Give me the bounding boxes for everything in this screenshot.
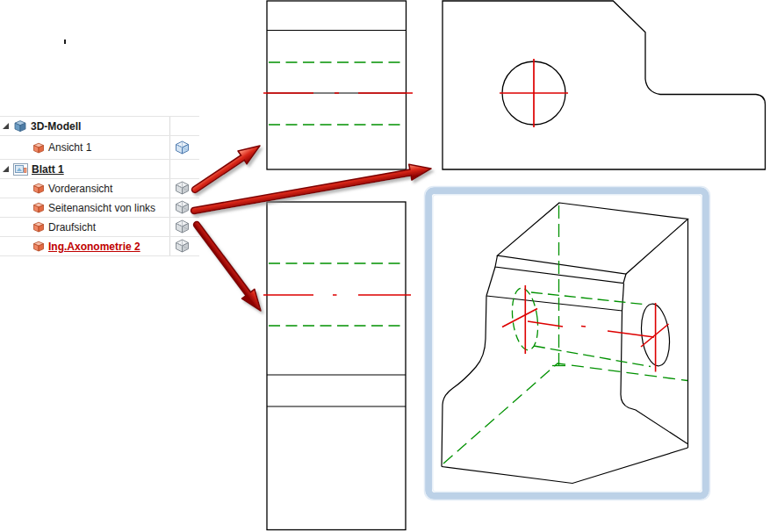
cad-workspace: 3D-Modell Ansicht 1 [0, 0, 770, 532]
tree-row-seitenansicht[interactable]: Seitenansicht von links [0, 198, 199, 218]
view-outline [443, 1, 766, 169]
tree-row-draufsicht[interactable]: Draufsicht [0, 218, 199, 237]
tree-label: Draufsicht [48, 221, 96, 234]
view-cube-icon [32, 183, 45, 194]
selection-frame-inner-edge [433, 195, 702, 492]
hidden-lines [269, 263, 404, 326]
expand-triangle-icon[interactable] [2, 122, 10, 130]
tree-row-ing-axonometrie-2[interactable]: Ing.Axonometrie 2 [0, 237, 199, 256]
tree-label: Ansicht 1 [48, 141, 91, 154]
annotation-arrows [194, 146, 431, 311]
tree-label: 3D-Modell [31, 120, 81, 133]
view-top[interactable] [263, 202, 411, 530]
iso-visible-edges [442, 203, 688, 484]
blue-wireframe-cube-icon[interactable] [175, 140, 190, 155]
tree-row-ansicht-1[interactable]: Ansicht 1 [0, 136, 199, 160]
arrow-to-front-view [194, 164, 431, 211]
selection-frame [428, 191, 706, 496]
tree-label-highlighted: Ing.Axonometrie 2 [48, 241, 140, 253]
arrow-to-side-view [195, 146, 260, 190]
hidden-lines [269, 62, 405, 125]
view-side[interactable] [263, 1, 413, 169]
view-outline [267, 202, 406, 530]
browser-tree: 3D-Modell Ansicht 1 [0, 116, 199, 256]
tree-row-3d-modell[interactable]: 3D-Modell [0, 117, 199, 136]
tree-row-blatt-1[interactable]: Blatt 1 [0, 160, 199, 179]
view-cube-icon [32, 221, 45, 233]
gray-wireframe-cube-icon[interactable] [175, 200, 190, 215]
gray-wireframe-cube-icon[interactable] [175, 181, 190, 196]
iso-centerlines [502, 285, 669, 372]
view-cube-icon [32, 241, 45, 252]
drawing-sheet [0, 0, 770, 532]
tree-label: Seitenansicht von links [48, 202, 155, 214]
view-outline [267, 1, 407, 169]
tree-label: Blatt 1 [32, 163, 64, 176]
sheet-icon [13, 163, 28, 176]
tree-row-vorderansicht[interactable]: Vorderansicht [0, 179, 199, 198]
arrow-to-top-view [197, 225, 261, 311]
view-cube-icon [32, 202, 45, 213]
gray-wireframe-cube-icon[interactable] [175, 239, 190, 254]
center-cross [500, 59, 568, 127]
expand-triangle-icon[interactable] [2, 165, 10, 173]
part-model-icon [13, 119, 27, 133]
tree-label: Vorderansicht [48, 183, 112, 195]
hole-circle [502, 61, 565, 125]
view-axonometric-selected[interactable] [425, 187, 710, 500]
gray-wireframe-cube-icon[interactable] [175, 219, 190, 234]
stray-mark [64, 40, 66, 44]
view-front[interactable] [443, 1, 766, 169]
selection-frame-outer-edge [425, 187, 710, 500]
view-cube-icon [32, 142, 45, 154]
iso-hidden-lines [443, 205, 687, 464]
